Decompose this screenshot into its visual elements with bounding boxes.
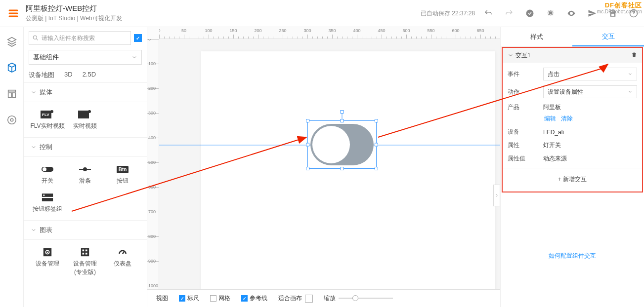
svg-text:FLV: FLV bbox=[42, 113, 49, 117]
category-control[interactable]: 控制 bbox=[24, 137, 147, 157]
resize-handle[interactable] bbox=[306, 143, 309, 147]
selection-box[interactable] bbox=[307, 120, 377, 169]
resize-handle[interactable] bbox=[341, 119, 344, 122]
chevron-down-icon bbox=[131, 54, 137, 60]
resize-handle[interactable] bbox=[375, 143, 378, 147]
toggle-ruler[interactable]: ✓标尺 bbox=[179, 294, 199, 303]
component-button[interactable]: Btn 按钮 bbox=[104, 162, 141, 185]
svg-point-10 bbox=[7, 116, 16, 124]
tab-style[interactable]: 样式 bbox=[501, 27, 572, 46]
zoom-slider[interactable] bbox=[339, 298, 393, 299]
component-category-select[interactable]: 基础组件 bbox=[29, 50, 142, 65]
slider-icon bbox=[66, 162, 104, 177]
menu-button[interactable] bbox=[3, 7, 24, 19]
page-title: 阿里板控灯-WEB控灯 bbox=[26, 4, 122, 13]
toggle-grid[interactable]: 网格 bbox=[210, 294, 230, 303]
component-switch[interactable]: 开关 bbox=[29, 162, 66, 185]
help-link[interactable]: 如何配置组件交互 bbox=[501, 252, 644, 260]
check-button[interactable] bbox=[525, 9, 534, 18]
view-mode-25d[interactable]: 2.5D bbox=[83, 71, 96, 79]
clear-link[interactable]: 清除 bbox=[561, 115, 573, 122]
device-value: LED_ali bbox=[543, 129, 637, 136]
svg-point-9 bbox=[10, 118, 13, 121]
action-label: 动作 bbox=[508, 88, 543, 96]
svg-rect-29 bbox=[83, 250, 85, 252]
zoom-label: 缩放 bbox=[324, 294, 336, 303]
vertical-ruler: 010020030040050060070080090010001100 bbox=[147, 39, 159, 289]
send-button[interactable] bbox=[588, 9, 597, 18]
rail-settings-icon[interactable] bbox=[6, 115, 17, 127]
toggle-guides[interactable]: ✓参考线 bbox=[241, 294, 267, 303]
event-label: 事件 bbox=[508, 70, 543, 78]
live-video-icon bbox=[66, 107, 104, 122]
fit-canvas[interactable]: 适合画布 bbox=[278, 294, 302, 303]
svg-rect-23 bbox=[42, 198, 53, 201]
svg-rect-8 bbox=[12, 93, 15, 97]
redo-button[interactable] bbox=[505, 9, 514, 18]
tab-interaction[interactable]: 交互 bbox=[572, 27, 644, 46]
resize-handle[interactable] bbox=[306, 167, 309, 170]
rail-layers-icon[interactable] bbox=[6, 36, 17, 48]
resize-handle[interactable] bbox=[375, 119, 378, 122]
component-dev-mgmt[interactable]: 设备管理 bbox=[29, 245, 66, 276]
search-icon bbox=[32, 35, 39, 41]
chevron-down-icon bbox=[31, 89, 37, 95]
interaction-header[interactable]: 交互1 bbox=[503, 48, 642, 63]
chevron-down-icon bbox=[31, 144, 37, 150]
event-select[interactable]: 点击 bbox=[543, 68, 637, 80]
component-flv-video[interactable]: FLV FLV实时视频 bbox=[29, 107, 66, 130]
category-label: 基础组件 bbox=[33, 53, 59, 62]
button-group-icon bbox=[29, 190, 66, 205]
component-button-group[interactable]: 按钮标签组 bbox=[29, 190, 66, 213]
resize-handle[interactable] bbox=[375, 167, 378, 170]
component-search-input[interactable]: 请输入组件名称搜索 bbox=[29, 31, 131, 45]
add-interaction[interactable]: + 新增交互 bbox=[503, 168, 642, 187]
component-gauge[interactable]: 仪表盘 bbox=[104, 245, 141, 276]
svg-rect-6 bbox=[8, 90, 15, 92]
chevron-down-icon bbox=[31, 227, 37, 233]
svg-rect-7 bbox=[8, 93, 11, 97]
preview-button[interactable] bbox=[567, 9, 576, 18]
attr-value: 灯开关 bbox=[543, 141, 637, 150]
svg-line-33 bbox=[123, 251, 124, 254]
attr-label: 属性 bbox=[508, 141, 543, 150]
svg-line-12 bbox=[36, 38, 38, 40]
gauge-icon bbox=[104, 245, 141, 260]
interaction-panel: 交互1 事件 点击 动作 设置设备属性 产品 阿里板 编辑清除 设备 LED_a… bbox=[502, 47, 643, 192]
rail-structure-icon[interactable] bbox=[6, 88, 17, 101]
resize-handle[interactable] bbox=[341, 167, 344, 170]
fit-icon[interactable] bbox=[305, 295, 313, 303]
artboard[interactable] bbox=[201, 51, 495, 289]
component-live-video[interactable]: 实时视频 bbox=[66, 107, 104, 130]
edit-link[interactable]: 编辑 bbox=[544, 115, 556, 122]
svg-point-4 bbox=[549, 11, 552, 14]
component-dev-mgmt-pro[interactable]: 设备管理 (专业版) bbox=[66, 245, 104, 276]
dev-mgmt-icon bbox=[29, 245, 66, 260]
delete-interaction-icon[interactable] bbox=[631, 52, 637, 59]
collapse-right-panel[interactable] bbox=[493, 185, 500, 206]
category-media[interactable]: 媒体 bbox=[24, 82, 147, 102]
flv-video-icon: FLV bbox=[29, 107, 66, 122]
search-filter-checkbox[interactable]: ✓ bbox=[134, 34, 142, 42]
undo-button[interactable] bbox=[484, 9, 493, 18]
svg-rect-31 bbox=[83, 253, 85, 255]
dev-mgmt-pro-icon bbox=[66, 245, 104, 260]
view-mode-3d[interactable]: 3D bbox=[64, 71, 73, 79]
search-placeholder: 请输入组件名称搜索 bbox=[42, 34, 95, 42]
component-slider[interactable]: 滑条 bbox=[66, 162, 104, 185]
svg-rect-28 bbox=[81, 248, 89, 256]
svg-point-17 bbox=[88, 110, 91, 113]
product-label: 产品 bbox=[508, 103, 543, 112]
action-select[interactable]: 设置设备属性 bbox=[543, 85, 637, 98]
category-chart[interactable]: 图表 bbox=[24, 220, 147, 240]
device-label: 设备 bbox=[508, 128, 543, 136]
resize-handle[interactable] bbox=[306, 119, 309, 122]
rotate-handle[interactable] bbox=[341, 110, 344, 114]
rail-components-icon[interactable] bbox=[6, 62, 17, 75]
autosave-status: 已自动保存 22:37:28 bbox=[421, 9, 475, 18]
viewbar-label: 视图 bbox=[156, 294, 168, 303]
button-icon: Btn bbox=[104, 162, 141, 177]
chevron-down-icon bbox=[508, 52, 514, 58]
view-mode-map[interactable]: 设备地图 bbox=[29, 71, 54, 79]
bug-button[interactable] bbox=[546, 9, 555, 18]
